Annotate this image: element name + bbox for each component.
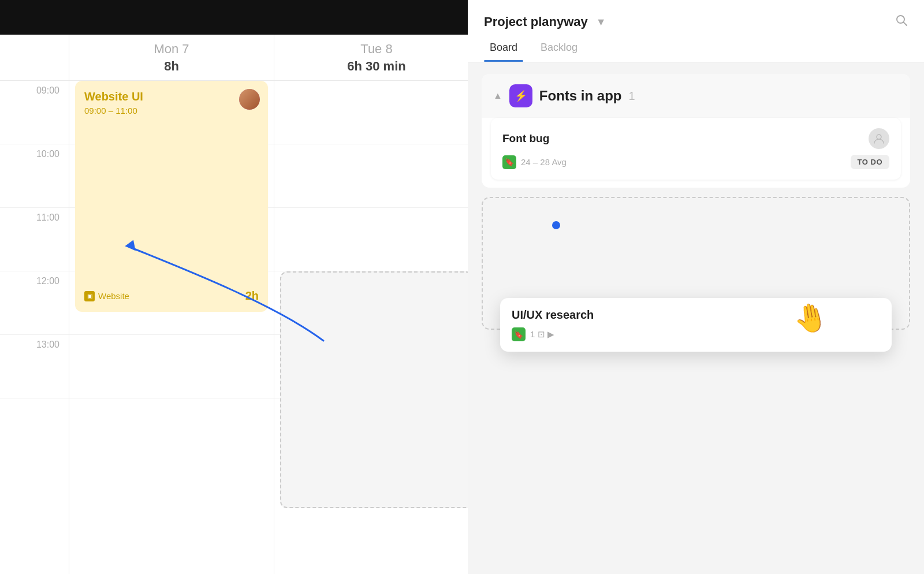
avatar xyxy=(239,89,260,110)
day-name-tue: Tue 8 xyxy=(360,42,392,57)
task-avatar-placeholder xyxy=(869,128,889,149)
day-hours-mon: 8h xyxy=(164,59,179,74)
event-footer: ▣ Website 2h xyxy=(84,289,259,303)
search-icon[interactable] xyxy=(895,14,908,30)
panel-drop-zone[interactable]: UI/UX research 🔖 1 ⊡ ▶ 🤚 xyxy=(482,197,910,330)
dragged-count: 1 ⊡ ▶ xyxy=(530,329,554,340)
hour-row-11-tue xyxy=(274,208,479,271)
hour-row-09-tue xyxy=(274,81,479,144)
sprint-header: ▲ ⚡ Fonts in app 1 xyxy=(482,74,910,118)
time-slot-13: 13:00 xyxy=(0,335,69,398)
hour-row-13-mon xyxy=(69,335,274,398)
sprint-group: ▲ ⚡ Fonts in app 1 Font bug xyxy=(482,74,910,188)
task-bookmark-icon: 🔖 xyxy=(502,155,516,169)
event-time: 09:00 – 11:00 xyxy=(84,106,259,115)
tag-bookmark-icon: ▣ xyxy=(84,291,95,301)
calendar-header: Mon 7 8h Tue 8 6h 30 min xyxy=(0,35,479,81)
dropdown-icon[interactable]: ▼ xyxy=(596,16,606,28)
panel-body: ▲ ⚡ Fonts in app 1 Font bug xyxy=(468,62,924,351)
task-date-font-bug: 24 – 28 Avg xyxy=(521,157,567,167)
avatar-img xyxy=(239,89,260,110)
tag-label: Website xyxy=(98,291,129,301)
day-column-tue xyxy=(274,81,479,574)
time-slot-09: 09:00 xyxy=(0,81,69,144)
right-panel: Project planyway ▼ Board Backlog ▲ xyxy=(468,0,924,574)
tab-backlog[interactable]: Backlog xyxy=(535,42,583,62)
panel-project-row: Project planyway ▼ xyxy=(484,14,908,30)
day-hours-tue: 6h 30 min xyxy=(347,59,405,74)
time-slot-12: 12:00 xyxy=(0,271,69,335)
drag-dot xyxy=(552,221,560,229)
time-slot-10: 10:00 xyxy=(0,144,69,208)
task-name-font-bug: Font bug xyxy=(502,132,549,145)
calendar-area: Mon 7 8h Tue 8 6h 30 min 09:00 10:00 11:… xyxy=(0,35,479,574)
day-header-tue: Tue 8 6h 30 min xyxy=(274,35,479,80)
event-title: Website UI xyxy=(84,90,259,103)
sprint-icon: ⚡ xyxy=(509,84,532,107)
task-meta-font-bug: 🔖 24 – 28 Avg TO DO xyxy=(502,155,889,169)
day-column-mon: Website UI 09:00 – 11:00 ▣ Website 2h xyxy=(69,81,274,574)
cursor-hand-icon: 🤚 xyxy=(791,299,831,337)
dragged-bookmark-icon: 🔖 xyxy=(512,327,526,341)
time-slot-11: 11:00 xyxy=(0,208,69,271)
sprint-chevron-icon[interactable]: ▲ xyxy=(493,91,502,101)
panel-project-name: Project planyway xyxy=(484,14,588,29)
drop-zone-tue[interactable] xyxy=(280,271,473,508)
calendar-body: 09:00 10:00 11:00 12:00 13:00 Website UI… xyxy=(0,81,479,574)
task-card-inner: Font bug xyxy=(502,128,889,149)
tab-board[interactable]: Board xyxy=(484,42,523,62)
sprint-title: Fonts in app xyxy=(539,88,622,104)
day-name-mon: Mon 7 xyxy=(154,42,189,57)
event-tag: ▣ Website xyxy=(84,291,129,301)
svg-point-2 xyxy=(877,135,881,139)
time-gutter-header xyxy=(0,35,69,80)
hour-row-10-tue xyxy=(274,144,479,208)
event-website-ui[interactable]: Website UI 09:00 – 11:00 ▣ Website 2h xyxy=(75,81,268,312)
event-duration: 2h xyxy=(245,289,259,303)
day-header-mon: Mon 7 8h xyxy=(69,35,274,80)
task-card-font-bug[interactable]: Font bug 🔖 24 – 28 Avg TO DO xyxy=(491,118,901,180)
dragged-card-uiux[interactable]: UI/UX research 🔖 1 ⊡ ▶ xyxy=(500,298,892,352)
time-gutter: 09:00 10:00 11:00 12:00 13:00 xyxy=(0,81,69,574)
panel-tabs: Board Backlog xyxy=(484,42,908,62)
sprint-count: 1 xyxy=(629,90,635,103)
task-status-font-bug: TO DO xyxy=(851,155,889,169)
panel-header: Project planyway ▼ Board Backlog xyxy=(468,0,924,62)
